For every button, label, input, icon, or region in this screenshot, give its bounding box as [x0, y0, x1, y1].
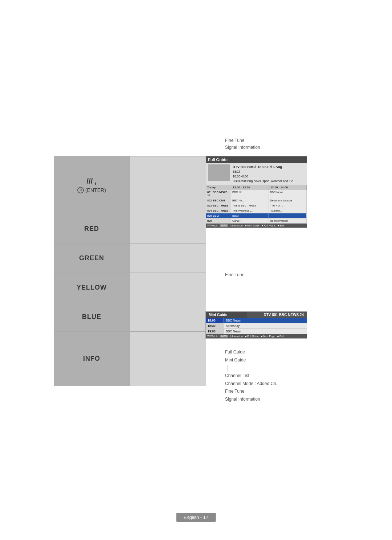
btn-row-blue: BLUE — [54, 302, 206, 332]
button-table: /// , ⊙ (ENTER) RED GREEN YELLOW BLUE — [54, 156, 206, 386]
mini-guide-screenshot: Mini Guide DTV 801 BBC NEWS 24 18:00 BBC… — [205, 311, 307, 339]
btn-blue-label: BLUE — [82, 313, 101, 321]
btn-row-green: GREEN — [54, 244, 206, 273]
btn-yellow-left: YELLOW — [54, 273, 130, 302]
btn-row-yellow: YELLOW — [54, 273, 206, 302]
btn-info-right — [130, 332, 206, 386]
top-labels: Fine Tune Signal Information — [225, 137, 260, 151]
fine-tune-label-mid: Fine Tune — [225, 272, 244, 277]
fg-channel-row-2: 803 BBC THREE This is BBC THREE The 7 O … — [206, 203, 307, 208]
btn-enter-left: /// , ⊙ (ENTER) — [54, 156, 130, 214]
channel-mode-label: Channel Mode : Added Ch. — [225, 380, 277, 388]
btn-green-left: GREEN — [54, 244, 130, 273]
fg-channel-row-4: 805 BBCi BBCi — [206, 213, 307, 218]
btn-yellow-label: YELLOW — [77, 284, 107, 291]
btn-row-info: INFO — [54, 332, 206, 386]
btn-enter-right — [130, 156, 206, 214]
fg-channel-row-5: 806 Canal 7 No Information — [206, 218, 307, 224]
full-guide-screenshot: Full Guide DTV 805 BBCi 18:08 Fri 5 Aug … — [205, 156, 307, 228]
fine-tune-label-top: Fine Tune — [225, 137, 260, 144]
btn-green-label: GREEN — [79, 254, 104, 262]
fg-channel-row-1: 802 BBC ONE BBC Ne... Departure Lounge — [206, 198, 307, 203]
right-labels: Full Guide Mini Guide Channel List Chann… — [225, 348, 277, 404]
mini-guide-label: Mini Guide — [225, 356, 277, 364]
fg-channel-name: DTV 805 BBCi 18:08 Fri 5 Aug — [233, 164, 294, 169]
mg-row-1: 18:30 Sportsday — [206, 323, 307, 329]
full-guide-label: Full Guide — [225, 348, 277, 356]
btn-info-label: INFO — [83, 355, 100, 363]
mini-guide-title-bar: Mini Guide DTV 801 BBC NEWS 24 — [206, 312, 307, 318]
enter-text: (ENTER) — [85, 187, 106, 193]
btn-blue-right — [130, 302, 206, 331]
full-guide-bottom-bar: W Watch INFO Information ■ Mini Guide ■ … — [206, 224, 307, 228]
btn-red-left: RED — [54, 214, 130, 243]
fine-tune-label-right: Fine Tune — [225, 388, 277, 396]
full-guide-thumb — [208, 164, 230, 181]
btn-red-label: RED — [84, 225, 99, 233]
full-guide-time-header: Today 12:00 - 13:00 13:00 - 14:00 — [206, 185, 307, 190]
btn-green-right — [130, 244, 206, 273]
signal-info-label-right: Signal Information — [225, 396, 277, 404]
btn-row-enter: /// , ⊙ (ENTER) — [54, 156, 206, 214]
fg-channel-row-3: 804 BBC THREE This Weakest L... Tsunami.… — [206, 208, 307, 213]
btn-blue-left: BLUE — [54, 302, 130, 331]
page-number-text: English - 17 — [184, 515, 209, 520]
full-guide-info-row: DTV 805 BBCi 18:08 Fri 5 Aug BBCi 18:00~… — [206, 163, 307, 185]
btn-yellow-right — [130, 273, 206, 302]
mg-row-2: 19:00 BBC News — [206, 329, 307, 334]
btn-info-left: INFO — [54, 332, 130, 386]
mini-guide-bottom-bar: W Watch INFO Information ■ Full Guide ■ … — [206, 334, 307, 338]
page-number-bar: English - 17 — [176, 513, 216, 522]
full-guide-title: Full Guide — [206, 156, 307, 163]
top-rule — [20, 43, 372, 43]
btn-row-red: RED — [54, 214, 206, 244]
channel-box — [228, 365, 260, 371]
signal-info-label-top: Signal Information — [225, 144, 260, 151]
slash-symbol: /// , — [87, 177, 97, 185]
btn-red-right — [130, 214, 206, 243]
circle-icon: ⊙ — [77, 187, 84, 193]
mg-row-0: 18:00 BBC News — [206, 318, 307, 323]
fg-channel-row-0: 801 BBC NEWS 24 BBC Ne... BBC News — [206, 190, 307, 198]
full-guide-info-text: DTV 805 BBCi 18:08 Fri 5 Aug BBCi 18:00~… — [233, 164, 294, 184]
enter-label: ⊙ (ENTER) — [77, 187, 106, 193]
channel-list-label: Channel List — [225, 372, 277, 380]
